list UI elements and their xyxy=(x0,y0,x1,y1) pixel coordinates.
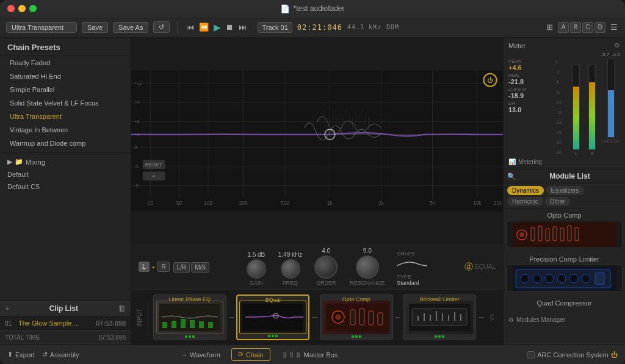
total-time-value: 07:53.698 xyxy=(99,334,126,341)
type-value: Standard xyxy=(397,280,427,286)
undo-button[interactable]: ↺ xyxy=(153,21,170,33)
assembly-button[interactable]: ↺ Assembly xyxy=(42,351,79,359)
waveform-view-button[interactable]: → Waveform xyxy=(175,349,226,360)
meter-title: Meter xyxy=(508,42,526,49)
preset-item[interactable]: Saturated Hi End xyxy=(0,70,131,83)
preset-c-button[interactable]: C xyxy=(582,22,593,33)
chain-module-brickwall[interactable]: Brickwall Limiter xyxy=(403,294,476,340)
freq-label: FREQ xyxy=(283,280,298,286)
chain-module-img-lpeq xyxy=(156,301,223,334)
svg-text:2k: 2k xyxy=(378,200,385,206)
meter-gear-icon[interactable]: ⚙ xyxy=(614,41,620,49)
master-bus-button[interactable]: ⧚⧚⧚ Master Bus xyxy=(275,349,344,360)
svg-text:5k: 5k xyxy=(430,200,436,206)
module-items: Opto Comp xyxy=(504,209,625,344)
chain-module-opto[interactable]: Opto Comp xyxy=(320,294,393,340)
close-button[interactable] xyxy=(7,5,15,12)
freq-knob[interactable] xyxy=(281,259,300,279)
prev-button[interactable]: ⏪ xyxy=(198,21,210,33)
window-controls[interactable] xyxy=(7,5,37,12)
resonance-knob[interactable] xyxy=(356,255,379,279)
svg-rect-46 xyxy=(190,320,195,328)
stop-button[interactable]: ⏹ xyxy=(225,21,235,33)
metering-link[interactable]: 📊 Metering xyxy=(508,159,620,165)
chain-module-lpeq[interactable]: Linear Phase EQ xyxy=(153,294,226,340)
preset-select[interactable]: Ultra Transparent xyxy=(6,22,77,33)
metering-icon: 📊 xyxy=(508,159,516,165)
left-meter: L xyxy=(569,65,583,156)
chain-dots-opto xyxy=(352,335,361,338)
chain-line-3 xyxy=(396,317,400,318)
list-item[interactable]: Quad Compressor xyxy=(506,299,623,307)
chain-line-2 xyxy=(312,317,317,318)
module-list-title: Module List xyxy=(518,172,621,180)
sidebar-default-cs[interactable]: Default CS xyxy=(0,180,131,193)
modules-manager-link[interactable]: ⚙ Modules Manager xyxy=(506,314,623,326)
clip-row[interactable]: 01 The Glow Sample.... 07:53.698 xyxy=(0,316,131,330)
preset-item[interactable]: Ready Faded xyxy=(0,56,131,70)
file-icon: 📄 xyxy=(280,4,290,13)
folder-mixing[interactable]: ▶ 📁 Mixing xyxy=(0,155,131,168)
chain-bar: INPUT Linear Phase EQ xyxy=(131,290,503,344)
export-button[interactable]: ⬆ Export xyxy=(7,351,35,359)
add-clip-button[interactable]: + xyxy=(5,304,10,313)
svg-text:×: × xyxy=(152,173,155,179)
meter-scale: 0-3-6-9-14-18-23-28-35-40 xyxy=(555,59,566,156)
gain-knob[interactable] xyxy=(247,259,266,279)
save-as-button[interactable]: Save As xyxy=(113,22,148,33)
lr-right-button[interactable]: R xyxy=(157,262,169,272)
meter-display: PEAK +4.6 RMS -21.8 LUFS M -18.9 DR 13.0 xyxy=(508,59,620,156)
chain-module-label-brickwall: Brickwall Limiter xyxy=(420,296,460,302)
remove-clip-button[interactable]: 🗑 xyxy=(118,304,126,313)
list-item[interactable]: Opto Comp xyxy=(506,212,623,248)
waveform-icon: → xyxy=(181,351,187,359)
ms-button[interactable]: M/S xyxy=(191,262,209,273)
menu-button[interactable]: ☰ xyxy=(609,21,619,33)
preset-b-button[interactable]: B xyxy=(570,22,581,33)
list-item[interactable]: Precision Comp-Limiter xyxy=(506,255,623,292)
play-button[interactable]: ▶ xyxy=(212,21,222,34)
arc-correction-toggle[interactable]: ARC Correction System ⏻ xyxy=(527,351,618,359)
svg-rect-73 xyxy=(546,229,549,241)
svg-text:+6: +6 xyxy=(134,119,139,124)
skip-back-button[interactable]: ⏮ xyxy=(185,21,195,33)
search-icon: 🔍 xyxy=(507,173,516,180)
svg-rect-55 xyxy=(359,309,364,325)
save-button[interactable]: Save xyxy=(82,22,108,33)
eq-display: 20 50 100 200 500 1k 2k 5k 10k 20k +12 +… xyxy=(131,38,503,244)
clip-list-header: + Clip List 🗑 xyxy=(0,300,131,316)
svg-point-53 xyxy=(335,314,341,320)
maximize-button[interactable] xyxy=(29,5,37,12)
order-knob[interactable] xyxy=(314,255,338,279)
lufs-fill xyxy=(608,90,614,137)
arc-checkbox[interactable] xyxy=(527,351,535,359)
preset-item[interactable]: Vintage In Between xyxy=(0,123,131,137)
preset-a-button[interactable]: A xyxy=(558,22,569,33)
transport-controls: ⏮ ⏪ ▶ ⏹ ⏭ xyxy=(185,21,248,34)
preset-item[interactable]: Simple Parallel xyxy=(0,83,131,96)
minimize-button[interactable] xyxy=(18,5,26,12)
preset-item-active[interactable]: Ultra Transparent xyxy=(0,110,131,123)
lr-separator: ▪ xyxy=(151,263,156,271)
order-knob-group: 4.0 ORDER xyxy=(314,248,338,286)
skip-fwd-button[interactable]: ⏭ xyxy=(237,21,248,33)
harmonic-tab[interactable]: Harmonic xyxy=(507,197,543,206)
right-meter-fill xyxy=(589,82,595,149)
lr-both-button[interactable]: L/R xyxy=(173,262,190,273)
svg-rect-45 xyxy=(181,319,186,328)
equalizers-tab[interactable]: Equalizers xyxy=(546,186,584,195)
module-thumb-pcl xyxy=(506,265,623,292)
preset-item[interactable]: Solid State Velvet & LF Focus xyxy=(0,96,131,110)
view-icon[interactable]: ⊞ xyxy=(545,21,554,33)
lr-left-button[interactable]: L xyxy=(139,262,150,272)
preset-item[interactable]: Warmup and Diode comp xyxy=(0,137,131,150)
chain-module-equal[interactable]: EQual xyxy=(236,294,309,340)
clip-number: 01 xyxy=(5,320,15,327)
preset-d-button[interactable]: D xyxy=(594,22,605,33)
dynamics-tab[interactable]: Dynamics xyxy=(507,186,544,195)
svg-text:10k: 10k xyxy=(473,200,482,206)
other-tab[interactable]: Other xyxy=(545,197,570,206)
sidebar-default[interactable]: Default xyxy=(0,168,131,180)
chain-view-button[interactable]: ⟳ Chain xyxy=(231,348,270,361)
module-thumb-opto xyxy=(506,221,623,248)
